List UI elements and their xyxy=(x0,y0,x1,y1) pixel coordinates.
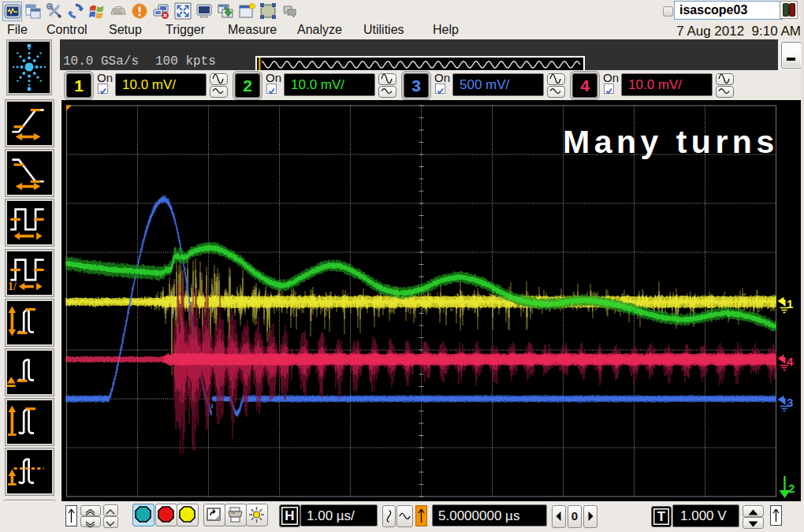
svg-text:1/: 1/ xyxy=(8,281,17,292)
